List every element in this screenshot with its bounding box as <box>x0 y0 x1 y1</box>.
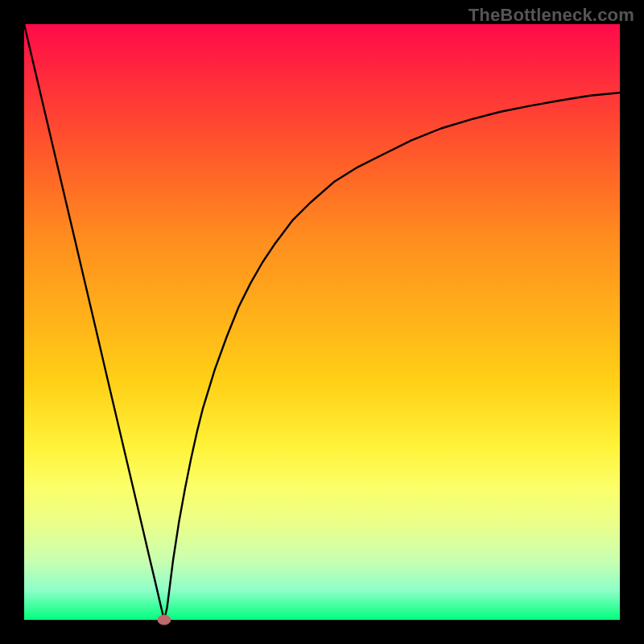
bottleneck-curve-path <box>24 24 620 620</box>
plot-area <box>24 24 620 620</box>
minimum-marker <box>158 615 171 625</box>
chart-frame: TheBottleneck.com <box>0 0 644 644</box>
bottleneck-curve-svg <box>24 24 620 620</box>
watermark-text: TheBottleneck.com <box>469 5 634 26</box>
